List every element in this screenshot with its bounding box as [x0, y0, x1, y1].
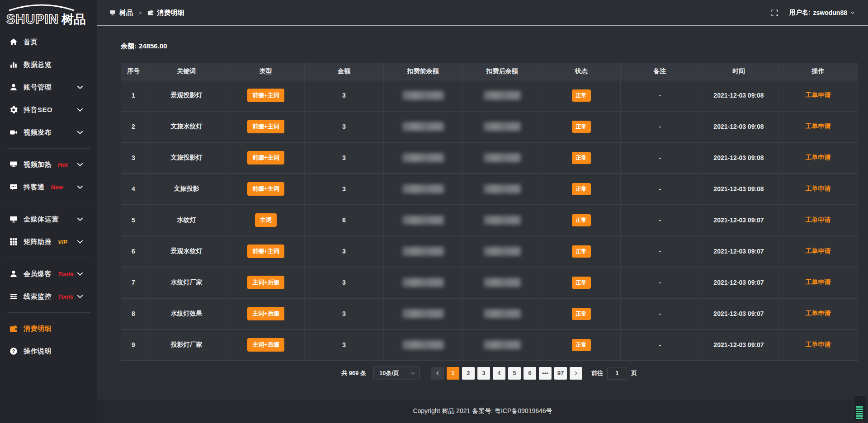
cell-status: 正常	[542, 329, 621, 361]
sidebar-item-sliders[interactable]: 线索监控Tools	[0, 285, 97, 308]
cell-status: 正常	[542, 80, 621, 111]
cell-amount: 3	[305, 329, 384, 361]
fullscreen-icon[interactable]	[771, 9, 778, 17]
page-button-97[interactable]: 97	[554, 367, 567, 380]
masked-balance-before	[402, 153, 444, 162]
sidebar-item-gear[interactable]: 抖音SEO	[0, 99, 97, 121]
work-order-link[interactable]: 工单申请	[806, 216, 831, 223]
sidebar-item-wallet[interactable]: 消费明细	[0, 317, 97, 340]
cell-index: 1	[121, 80, 146, 111]
goto-page-input[interactable]	[607, 367, 627, 380]
cell-index: 7	[121, 267, 146, 298]
page-button-2[interactable]: 2	[462, 367, 475, 380]
sidebar-item-question[interactable]: ?操作说明	[0, 340, 97, 362]
corner-widget[interactable]	[854, 395, 865, 422]
work-order-link[interactable]: 工单申请	[806, 278, 831, 286]
masked-balance-after	[484, 247, 521, 256]
status-badge: 正常	[572, 245, 591, 258]
sidebar-item-monitor[interactable]: 全媒体运营	[0, 208, 97, 230]
work-order-link[interactable]: 工单申请	[806, 310, 831, 317]
sidebar-item-message[interactable]: 抖客通New	[0, 176, 97, 198]
masked-balance-after	[484, 122, 521, 131]
username-dropdown[interactable]: 用户名: zswodun88	[789, 9, 855, 17]
page-button-5[interactable]: 5	[508, 367, 521, 380]
status-badge: 正常	[572, 214, 591, 226]
monitor-icon	[109, 9, 116, 16]
type-badge: 主词+后缀	[247, 307, 284, 320]
work-order-link[interactable]: 工单申请	[806, 341, 831, 348]
sidebar-item-grid[interactable]: 矩阵助推VIP	[0, 230, 97, 253]
cell-amount: 3	[305, 142, 384, 174]
breadcrumb-separator: >	[138, 9, 142, 16]
main-panel: 余额:24856.00 序号关键词类型金额扣费前余额扣费后余额状态备注时间操作 …	[97, 26, 868, 400]
masked-balance-before	[402, 309, 444, 318]
sidebar-item-display[interactable]: 视频加热Hot	[0, 153, 97, 176]
sidebar: SHUPIN 树品 首页数据总览账号管理抖音SEO视频发布视频加热Hot抖客通N…	[0, 0, 97, 423]
column-header: 时间	[699, 63, 778, 80]
table-header: 序号关键词类型金额扣费前余额扣费后余额状态备注时间操作	[121, 63, 858, 80]
cell-balance-after	[462, 298, 542, 329]
table-row: 9投影灯厂家主词+后缀3正常-2021-12-03 09:07工单申请	[121, 329, 858, 361]
breadcrumb-root[interactable]: 树品	[119, 9, 133, 17]
type-badge: 前缀+主词	[247, 89, 284, 102]
work-order-link[interactable]: 工单申请	[806, 185, 831, 192]
sidebar-item-label: 会员爆客	[24, 270, 52, 278]
sidebar-item-tag: Tools	[58, 293, 73, 300]
page-button-1[interactable]: 1	[447, 367, 459, 380]
cell-balance-after	[462, 236, 542, 267]
table-row: 5水纹灯主词6正常-2021-12-03 09:07工单申请	[121, 205, 858, 236]
column-header: 状态	[542, 63, 621, 80]
chevron-down-icon	[76, 215, 84, 223]
cell-status: 正常	[542, 111, 621, 142]
page-button-3[interactable]: 3	[477, 367, 490, 380]
widget-stripe	[856, 406, 863, 408]
breadcrumb-current[interactable]: 消费明细	[157, 9, 184, 17]
cell-status: 正常	[542, 236, 621, 267]
more-pages-button[interactable]: •••	[539, 367, 552, 380]
status-badge: 正常	[572, 89, 591, 102]
sidebar-item-label: 账号管理	[24, 83, 52, 92]
sidebar-item-user[interactable]: 会员爆客Tools	[0, 263, 97, 285]
cell-index: 6	[121, 236, 146, 267]
column-header: 扣费前余额	[384, 63, 462, 80]
gear-icon	[9, 106, 18, 114]
wallet-icon	[147, 9, 154, 16]
cell-amount: 3	[305, 298, 384, 329]
work-order-link[interactable]: 工单申请	[806, 91, 831, 99]
sidebar-item-video[interactable]: 视频发布	[0, 121, 97, 144]
next-page-button[interactable]	[570, 367, 582, 380]
cell-status: 正常	[542, 142, 621, 174]
widget-stripe	[856, 413, 863, 414]
page-size-select[interactable]: 10条/页	[373, 367, 420, 380]
sidebar-item-home[interactable]: 首页	[0, 31, 97, 53]
work-order-link[interactable]: 工单申请	[806, 154, 831, 161]
cell-index: 4	[121, 174, 146, 205]
footer: Copyright 树品 2021 备案号: 粤ICP备09019646号	[97, 400, 868, 423]
page-button-6[interactable]: 6	[524, 367, 536, 380]
cell-remark: -	[621, 236, 699, 267]
cell-type: 主词+后缀	[227, 267, 305, 298]
cell-amount: 3	[305, 80, 384, 111]
chevron-right-icon	[573, 371, 579, 376]
cell-amount: 3	[305, 236, 384, 267]
grid-icon	[9, 238, 18, 246]
widget-stripe	[856, 409, 863, 410]
status-badge: 正常	[572, 183, 591, 195]
cell-status: 正常	[542, 267, 621, 298]
prev-page-button[interactable]	[431, 367, 444, 380]
sidebar-item-label: 线索监控	[24, 292, 52, 301]
message-icon	[9, 183, 18, 191]
work-order-link[interactable]: 工单申请	[806, 247, 831, 254]
cell-time: 2021-12-03 09:07	[699, 205, 778, 236]
sidebar-item-label: 消费明细	[24, 324, 52, 333]
cell-type: 前缀+主词	[227, 142, 305, 174]
page-button-4[interactable]: 4	[493, 367, 505, 380]
sidebar-item-bar-chart[interactable]: 数据总览	[0, 53, 97, 76]
sidebar-item-label: 数据总览	[24, 61, 52, 69]
cell-keyword: 水纹灯效果	[146, 298, 227, 329]
content-area: 树品 > 消费明细 用户名: zswodun88 余额:24856.00 序号关…	[97, 0, 868, 423]
page-buttons: 123456•••97	[447, 367, 567, 380]
balance: 余额:24856.00	[121, 42, 858, 51]
work-order-link[interactable]: 工单申请	[806, 122, 831, 130]
sidebar-item-user[interactable]: 账号管理	[0, 76, 97, 99]
